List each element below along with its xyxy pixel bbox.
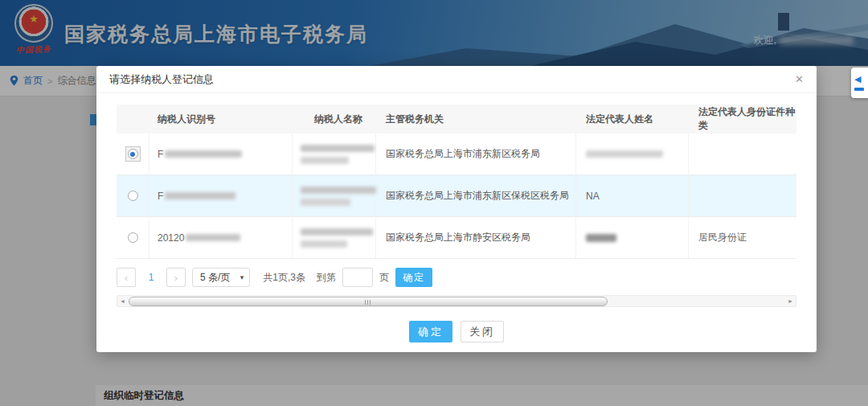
chevron-right-icon: › <box>174 272 178 284</box>
header-radio <box>117 105 149 133</box>
taxpayer-id-prefix: 20120 <box>158 232 184 244</box>
taxpayer-table: 纳税人识别号 纳税人名称 主管税务机关 法定代表人姓名 法定代表人身份证件种类 … <box>117 105 796 259</box>
current-page-number[interactable]: 1 <box>142 272 160 283</box>
redacted-legal-rep <box>586 234 616 242</box>
close-button[interactable]: 关闭 <box>461 321 504 342</box>
radio-unselected[interactable] <box>128 191 138 201</box>
scroll-left-icon[interactable]: ◄ <box>117 296 128 306</box>
redacted-name-line2 <box>301 157 349 164</box>
close-icon[interactable]: ✕ <box>795 74 804 84</box>
header-id-type: 法定代表人身份证件种类 <box>689 105 796 133</box>
radio-cell <box>117 175 149 216</box>
quick-panel[interactable]: ◀ <box>851 68 868 98</box>
legal-rep-cell <box>576 217 689 258</box>
header-taxpayer-name: 纳税人名称 <box>293 105 376 133</box>
header-legal-rep: 法定代表人姓名 <box>576 105 689 133</box>
taxpayer-id-cell: F <box>149 133 293 174</box>
redacted-name-line2 <box>301 240 347 248</box>
radio-unselected[interactable] <box>128 232 138 243</box>
page-unit-label: 页 <box>379 271 389 285</box>
redacted-legal-rep <box>586 150 663 158</box>
header-taxpayer-id: 纳税人识别号 <box>149 105 293 133</box>
panel-bar-icon <box>854 88 864 91</box>
redacted-name-line1 <box>301 228 373 236</box>
tax-authority-cell: 国家税务总局上海市浦东新区保税区税务局 <box>376 175 576 216</box>
redacted-name-line2 <box>301 199 350 206</box>
chevron-down-icon: ▾ <box>240 273 244 281</box>
radio-selected[interactable] <box>128 149 138 159</box>
prev-page-button[interactable]: ‹ <box>117 268 136 287</box>
id-type-cell <box>689 133 796 174</box>
horizontal-scrollbar[interactable]: ◄ ► <box>117 295 796 307</box>
id-type-cell <box>689 175 796 216</box>
table-row[interactable]: F 国家税务总局上海市浦东新区税务局 <box>117 133 796 175</box>
tax-authority-cell: 国家税务总局上海市静安区税务局 <box>376 217 576 258</box>
tax-authority-cell: 国家税务总局上海市浦东新区税务局 <box>376 133 576 174</box>
taxpayer-name-cell <box>293 175 376 216</box>
taxpayer-name-cell <box>293 133 376 174</box>
table-row[interactable]: F 国家税务总局上海市浦东新区保税区税务局 NA <box>117 175 796 217</box>
header-tax-authority: 主管税务机关 <box>376 105 576 133</box>
pagination-bar: ‹ 1 › 5 条/页 ▾ 共1页,3条 到第 页 确定 <box>117 267 796 288</box>
page-size-value: 5 条/页 <box>200 271 230 285</box>
table-row[interactable]: 20120 国家税务总局上海市静安区税务局 居民身份证 <box>117 217 796 259</box>
table-header-row: 纳税人识别号 纳税人名称 主管税务机关 法定代表人姓名 法定代表人身份证件种类 <box>117 105 796 133</box>
goto-label: 到第 <box>317 271 336 285</box>
redacted-taxpayer-id <box>165 150 242 158</box>
legal-rep-cell <box>576 133 689 174</box>
redacted-taxpayer-id <box>165 192 235 199</box>
taxpayer-id-prefix: F <box>158 149 163 160</box>
collapse-arrow-icon[interactable]: ◀ <box>854 75 861 84</box>
page-size-select[interactable]: 5 条/页 ▾ <box>192 268 250 287</box>
taxpayer-id-cell: 20120 <box>149 217 293 258</box>
id-type-cell: 居民身份证 <box>689 217 796 258</box>
legal-rep-cell: NA <box>576 175 689 216</box>
taxpayer-id-cell: F <box>149 175 293 216</box>
scroll-right-icon[interactable]: ► <box>785 296 796 306</box>
pagination-summary: 共1页,3条 <box>263 271 305 285</box>
dialog-body: 纳税人识别号 纳税人名称 主管税务机关 法定代表人姓名 法定代表人身份证件种类 … <box>96 93 817 342</box>
confirm-button[interactable]: 确定 <box>409 321 452 342</box>
goto-page-input[interactable] <box>342 268 373 287</box>
dialog-header: 请选择纳税人登记信息 ✕ <box>96 66 817 93</box>
select-taxpayer-dialog: 请选择纳税人登记信息 ✕ 纳税人识别号 纳税人名称 主管税务机关 法定代表人姓名… <box>96 66 817 352</box>
taxpayer-id-prefix: F <box>158 191 163 202</box>
redacted-name-line1 <box>301 145 375 152</box>
next-page-button[interactable]: › <box>166 268 186 287</box>
dialog-title: 请选择纳税人登记信息 <box>109 72 214 87</box>
redacted-name-line1 <box>301 187 376 194</box>
goto-confirm-button[interactable]: 确定 <box>395 268 432 287</box>
scrollbar-thumb[interactable] <box>129 297 608 306</box>
chevron-left-icon: ‹ <box>125 272 128 284</box>
redacted-taxpayer-id <box>186 234 240 241</box>
taxpayer-name-cell <box>293 217 376 258</box>
dialog-footer: 确定 关闭 <box>117 321 796 342</box>
radio-focus-ring <box>125 146 141 162</box>
radio-cell <box>117 217 149 258</box>
radio-cell <box>117 133 149 174</box>
screen: ★ 中国税务 国家税务总局上海市电子税务局 欢迎, 首页 > 综合信息报 组织临… <box>0 0 868 406</box>
